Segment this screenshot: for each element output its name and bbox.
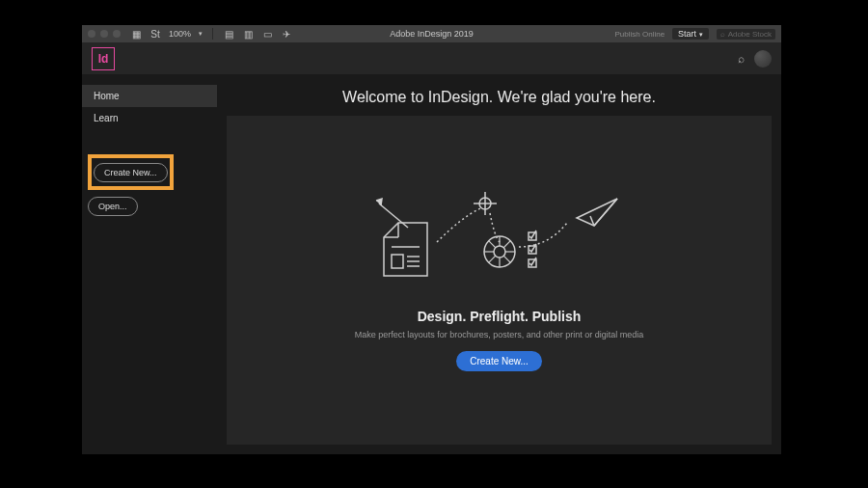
open-button[interactable]: Open...	[88, 197, 138, 216]
view-options-icon[interactable]: ▤	[223, 28, 234, 40]
content-panel: Welcome to InDesign. We're glad you're h…	[217, 75, 781, 454]
window-controls	[88, 30, 121, 38]
search-icon[interactable]: ⌕	[738, 52, 745, 66]
svg-line-19	[488, 241, 495, 248]
hero-illustration-icon	[355, 189, 644, 295]
toolbar-left: ▦ St 100% ▾ ▤ ▥ ▭ ✈	[130, 28, 292, 40]
svg-line-0	[379, 203, 408, 228]
minimize-icon[interactable]	[100, 30, 108, 38]
hero-subtitle: Make perfect layouts for brochures, post…	[355, 330, 644, 339]
toolbar-right: Publish Online Start ▾ ⌕ Adobe Stock	[615, 28, 776, 40]
indesign-logo-icon: Id	[92, 47, 115, 70]
gpu-icon[interactable]: ✈	[281, 28, 292, 40]
search-icon: ⌕	[720, 30, 725, 39]
workspace-label: Start	[678, 29, 696, 39]
close-icon[interactable]	[88, 30, 95, 38]
create-new-button[interactable]: Create New...	[94, 163, 168, 182]
hero-create-new-button[interactable]: Create New...	[456, 351, 542, 371]
svg-line-20	[503, 256, 510, 262]
chevron-down-icon: ▾	[699, 31, 703, 38]
screen-mode-icon[interactable]: ▭	[261, 28, 273, 40]
svg-line-18	[488, 256, 495, 262]
welcome-heading: Welcome to InDesign. We're glad you're h…	[217, 75, 781, 116]
title-bar: ▦ St 100% ▾ ▤ ▥ ▭ ✈ Adobe InDesign 2019 …	[82, 25, 781, 42]
sidebar-buttons: Create New... Open...	[82, 154, 217, 226]
adobe-stock-search[interactable]: ⌕ Adobe Stock	[717, 29, 775, 40]
divider	[212, 28, 213, 40]
hero-panel: Design. Preflight. Publish Make perfect …	[227, 116, 772, 445]
sidebar: Home Learn Create New... Open...	[82, 75, 217, 454]
svg-rect-4	[392, 255, 403, 268]
svg-line-17	[503, 241, 510, 248]
tutorial-highlight: Create New...	[88, 154, 174, 190]
zoom-level[interactable]: 100%	[169, 29, 191, 39]
main-area: Home Learn Create New... Open... Welcome…	[82, 75, 781, 454]
stock-placeholder: Adobe Stock	[728, 30, 772, 39]
svg-line-25	[594, 199, 617, 226]
workspace-switcher[interactable]: Start ▾	[672, 28, 709, 40]
stock-icon[interactable]: St	[149, 28, 161, 40]
logo-bar-right: ⌕	[738, 50, 772, 68]
app-window: ▦ St 100% ▾ ▤ ▥ ▭ ✈ Adobe InDesign 2019 …	[82, 25, 781, 454]
publish-online-button[interactable]: Publish Online	[615, 30, 665, 39]
hero-title: Design. Preflight. Publish	[418, 309, 582, 324]
sidebar-item-home[interactable]: Home	[82, 85, 217, 107]
user-avatar[interactable]	[754, 50, 772, 68]
logo-bar: Id ⌕	[82, 42, 781, 75]
bridge-icon[interactable]: ▦	[130, 28, 142, 40]
sidebar-item-learn[interactable]: Learn	[82, 107, 217, 129]
maximize-icon[interactable]	[113, 30, 121, 38]
arrange-icon[interactable]: ▥	[242, 28, 254, 40]
chevron-down-icon[interactable]: ▾	[199, 30, 203, 38]
